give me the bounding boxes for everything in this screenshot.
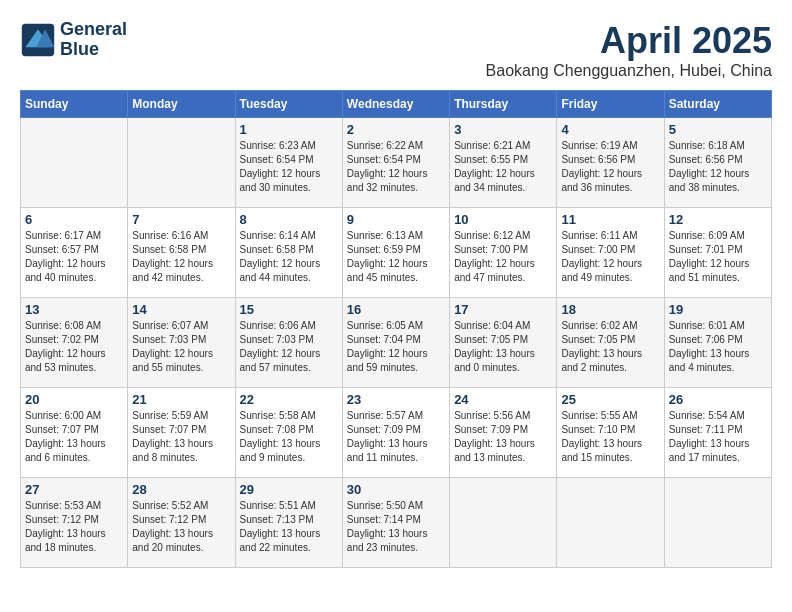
day-number: 28 (132, 482, 230, 497)
day-cell: 16Sunrise: 6:05 AMSunset: 7:04 PMDayligh… (342, 298, 449, 388)
day-info: Sunrise: 5:56 AMSunset: 7:09 PMDaylight:… (454, 409, 552, 465)
week-row-4: 20Sunrise: 6:00 AMSunset: 7:07 PMDayligh… (21, 388, 772, 478)
day-number: 9 (347, 212, 445, 227)
day-cell (450, 478, 557, 568)
logo: General Blue (20, 20, 127, 60)
day-info: Sunrise: 6:12 AMSunset: 7:00 PMDaylight:… (454, 229, 552, 285)
day-number: 22 (240, 392, 338, 407)
header-row: SundayMondayTuesdayWednesdayThursdayFrid… (21, 91, 772, 118)
day-number: 23 (347, 392, 445, 407)
week-row-2: 6Sunrise: 6:17 AMSunset: 6:57 PMDaylight… (21, 208, 772, 298)
day-cell: 20Sunrise: 6:00 AMSunset: 7:07 PMDayligh… (21, 388, 128, 478)
day-info: Sunrise: 5:55 AMSunset: 7:10 PMDaylight:… (561, 409, 659, 465)
day-info: Sunrise: 6:09 AMSunset: 7:01 PMDaylight:… (669, 229, 767, 285)
day-cell: 8Sunrise: 6:14 AMSunset: 6:58 PMDaylight… (235, 208, 342, 298)
column-header-friday: Friday (557, 91, 664, 118)
day-number: 17 (454, 302, 552, 317)
week-row-3: 13Sunrise: 6:08 AMSunset: 7:02 PMDayligh… (21, 298, 772, 388)
day-cell: 26Sunrise: 5:54 AMSunset: 7:11 PMDayligh… (664, 388, 771, 478)
day-cell: 19Sunrise: 6:01 AMSunset: 7:06 PMDayligh… (664, 298, 771, 388)
day-number: 12 (669, 212, 767, 227)
day-info: Sunrise: 6:11 AMSunset: 7:00 PMDaylight:… (561, 229, 659, 285)
day-info: Sunrise: 5:58 AMSunset: 7:08 PMDaylight:… (240, 409, 338, 465)
day-info: Sunrise: 6:18 AMSunset: 6:56 PMDaylight:… (669, 139, 767, 195)
header: General Blue April 2025 Baokang Chenggua… (20, 20, 772, 80)
day-number: 18 (561, 302, 659, 317)
day-cell: 13Sunrise: 6:08 AMSunset: 7:02 PMDayligh… (21, 298, 128, 388)
day-cell: 21Sunrise: 5:59 AMSunset: 7:07 PMDayligh… (128, 388, 235, 478)
day-number: 26 (669, 392, 767, 407)
column-header-thursday: Thursday (450, 91, 557, 118)
column-header-monday: Monday (128, 91, 235, 118)
day-info: Sunrise: 5:51 AMSunset: 7:13 PMDaylight:… (240, 499, 338, 555)
logo-icon (20, 22, 56, 58)
day-info: Sunrise: 6:02 AMSunset: 7:05 PMDaylight:… (561, 319, 659, 375)
day-cell: 28Sunrise: 5:52 AMSunset: 7:12 PMDayligh… (128, 478, 235, 568)
day-info: Sunrise: 6:14 AMSunset: 6:58 PMDaylight:… (240, 229, 338, 285)
day-cell: 7Sunrise: 6:16 AMSunset: 6:58 PMDaylight… (128, 208, 235, 298)
day-cell: 27Sunrise: 5:53 AMSunset: 7:12 PMDayligh… (21, 478, 128, 568)
day-number: 20 (25, 392, 123, 407)
day-cell: 14Sunrise: 6:07 AMSunset: 7:03 PMDayligh… (128, 298, 235, 388)
day-info: Sunrise: 6:04 AMSunset: 7:05 PMDaylight:… (454, 319, 552, 375)
day-info: Sunrise: 5:59 AMSunset: 7:07 PMDaylight:… (132, 409, 230, 465)
day-cell: 25Sunrise: 5:55 AMSunset: 7:10 PMDayligh… (557, 388, 664, 478)
column-header-sunday: Sunday (21, 91, 128, 118)
day-number: 10 (454, 212, 552, 227)
day-info: Sunrise: 6:19 AMSunset: 6:56 PMDaylight:… (561, 139, 659, 195)
day-cell: 22Sunrise: 5:58 AMSunset: 7:08 PMDayligh… (235, 388, 342, 478)
day-cell: 23Sunrise: 5:57 AMSunset: 7:09 PMDayligh… (342, 388, 449, 478)
day-cell (21, 118, 128, 208)
day-info: Sunrise: 5:54 AMSunset: 7:11 PMDaylight:… (669, 409, 767, 465)
day-cell: 1Sunrise: 6:23 AMSunset: 6:54 PMDaylight… (235, 118, 342, 208)
day-cell: 18Sunrise: 6:02 AMSunset: 7:05 PMDayligh… (557, 298, 664, 388)
week-row-1: 1Sunrise: 6:23 AMSunset: 6:54 PMDaylight… (21, 118, 772, 208)
day-cell: 17Sunrise: 6:04 AMSunset: 7:05 PMDayligh… (450, 298, 557, 388)
day-info: Sunrise: 6:08 AMSunset: 7:02 PMDaylight:… (25, 319, 123, 375)
day-cell: 5Sunrise: 6:18 AMSunset: 6:56 PMDaylight… (664, 118, 771, 208)
day-info: Sunrise: 6:21 AMSunset: 6:55 PMDaylight:… (454, 139, 552, 195)
day-info: Sunrise: 6:05 AMSunset: 7:04 PMDaylight:… (347, 319, 445, 375)
day-cell: 11Sunrise: 6:11 AMSunset: 7:00 PMDayligh… (557, 208, 664, 298)
month-title: April 2025 (486, 20, 772, 62)
day-cell: 12Sunrise: 6:09 AMSunset: 7:01 PMDayligh… (664, 208, 771, 298)
day-cell: 24Sunrise: 5:56 AMSunset: 7:09 PMDayligh… (450, 388, 557, 478)
column-header-wednesday: Wednesday (342, 91, 449, 118)
day-number: 3 (454, 122, 552, 137)
week-row-5: 27Sunrise: 5:53 AMSunset: 7:12 PMDayligh… (21, 478, 772, 568)
day-info: Sunrise: 6:01 AMSunset: 7:06 PMDaylight:… (669, 319, 767, 375)
day-info: Sunrise: 6:17 AMSunset: 6:57 PMDaylight:… (25, 229, 123, 285)
day-cell: 29Sunrise: 5:51 AMSunset: 7:13 PMDayligh… (235, 478, 342, 568)
day-info: Sunrise: 5:53 AMSunset: 7:12 PMDaylight:… (25, 499, 123, 555)
day-number: 1 (240, 122, 338, 137)
column-header-tuesday: Tuesday (235, 91, 342, 118)
day-info: Sunrise: 6:06 AMSunset: 7:03 PMDaylight:… (240, 319, 338, 375)
day-number: 5 (669, 122, 767, 137)
day-number: 21 (132, 392, 230, 407)
day-cell: 9Sunrise: 6:13 AMSunset: 6:59 PMDaylight… (342, 208, 449, 298)
day-number: 2 (347, 122, 445, 137)
calendar-table: SundayMondayTuesdayWednesdayThursdayFrid… (20, 90, 772, 568)
day-number: 8 (240, 212, 338, 227)
day-number: 24 (454, 392, 552, 407)
day-number: 15 (240, 302, 338, 317)
day-cell (128, 118, 235, 208)
day-info: Sunrise: 6:16 AMSunset: 6:58 PMDaylight:… (132, 229, 230, 285)
day-cell (557, 478, 664, 568)
day-info: Sunrise: 5:57 AMSunset: 7:09 PMDaylight:… (347, 409, 445, 465)
day-number: 4 (561, 122, 659, 137)
day-number: 16 (347, 302, 445, 317)
day-cell: 15Sunrise: 6:06 AMSunset: 7:03 PMDayligh… (235, 298, 342, 388)
day-info: Sunrise: 6:23 AMSunset: 6:54 PMDaylight:… (240, 139, 338, 195)
day-cell (664, 478, 771, 568)
day-cell: 10Sunrise: 6:12 AMSunset: 7:00 PMDayligh… (450, 208, 557, 298)
day-info: Sunrise: 6:07 AMSunset: 7:03 PMDaylight:… (132, 319, 230, 375)
day-number: 29 (240, 482, 338, 497)
day-number: 19 (669, 302, 767, 317)
title-area: April 2025 Baokang Chengguanzhen, Hubei,… (486, 20, 772, 80)
day-info: Sunrise: 5:50 AMSunset: 7:14 PMDaylight:… (347, 499, 445, 555)
day-number: 6 (25, 212, 123, 227)
day-number: 7 (132, 212, 230, 227)
day-cell: 3Sunrise: 6:21 AMSunset: 6:55 PMDaylight… (450, 118, 557, 208)
day-number: 11 (561, 212, 659, 227)
